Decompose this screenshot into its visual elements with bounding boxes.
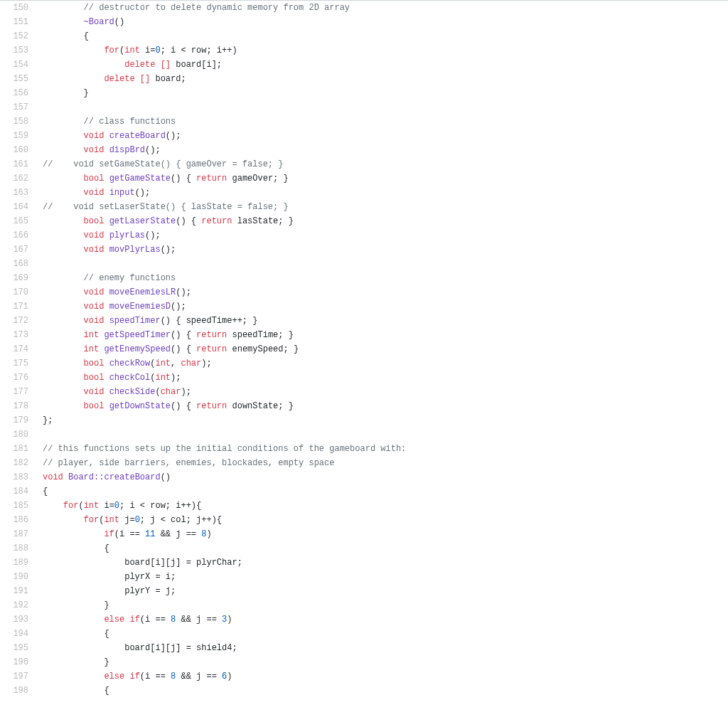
code-line[interactable]: bool getGameState() { return gameOver; } [43, 171, 728, 186]
code-line[interactable]: void dispBrd(); [43, 143, 728, 157]
token-pl [43, 230, 84, 240]
token-kw: return [196, 174, 227, 184]
token-fn: getEnemySpeed [104, 344, 171, 354]
code-line[interactable]: void moveEnemiesLR(); [43, 285, 728, 299]
code-line[interactable]: void Board::createBoard() [43, 470, 728, 484]
token-ty: void [84, 230, 105, 240]
token-ty: void [84, 387, 105, 397]
code-line[interactable]: bool checkCol(int); [43, 371, 728, 385]
code-line[interactable]: void movPlyrLas(); [43, 243, 728, 257]
token-pl [43, 3, 84, 13]
code-line[interactable] [43, 257, 728, 271]
token-fn: ~Board [84, 17, 114, 27]
token-ty: void [84, 245, 105, 255]
code-line[interactable] [43, 428, 728, 442]
token-pl [43, 387, 84, 397]
code-line[interactable]: { [43, 484, 728, 499]
token-pl [104, 174, 109, 184]
code-line[interactable]: void createBoard(); [43, 129, 728, 143]
code-area[interactable]: // destructor to delete dynamic memory f… [36, 1, 728, 698]
code-line[interactable]: for(int i=0; i < row; i++) [43, 43, 728, 58]
line-number: 175 [0, 356, 28, 371]
token-pl: ); [171, 373, 181, 383]
code-line[interactable]: board[i][j] = plyrChar; [43, 556, 728, 570]
code-line[interactable] [43, 100, 728, 115]
code-line[interactable]: void speedTimer() { speedTime++; } [43, 314, 728, 328]
code-line[interactable]: bool getDownState() { return downState; … [43, 399, 728, 413]
code-line[interactable]: delete [] board; [43, 72, 728, 86]
code-line[interactable]: { [43, 541, 728, 556]
token-pl: () { [176, 216, 201, 226]
token-kw: return [196, 401, 227, 411]
code-line[interactable]: board[i][j] = shield4; [43, 641, 728, 655]
code-line[interactable]: ~Board() [43, 15, 728, 29]
code-line[interactable]: else if(i == 8 && j == 3) [43, 612, 728, 627]
token-ty: void [84, 316, 105, 326]
token-pl: () [161, 472, 171, 482]
code-line[interactable]: { [43, 29, 728, 43]
token-pl: ) [206, 529, 211, 539]
code-line[interactable]: int getSpeedTimer() { return speedTime; … [43, 328, 728, 342]
code-line[interactable]: void moveEnemiesD(); [43, 299, 728, 314]
token-pl [43, 401, 84, 411]
code-line[interactable]: delete [] board[i]; [43, 58, 728, 72]
code-line[interactable]: bool checkRow(int, char); [43, 356, 728, 371]
code-line[interactable]: { [43, 684, 728, 698]
code-line[interactable]: { [43, 627, 728, 641]
code-line[interactable]: for(int i=0; i < row; i++){ [43, 499, 728, 513]
line-number: 153 [0, 43, 28, 58]
line-number: 160 [0, 143, 28, 157]
code-line[interactable]: } [43, 655, 728, 669]
code-line[interactable]: // destructor to delete dynamic memory f… [43, 1, 728, 15]
token-pl [104, 302, 109, 312]
line-number: 171 [0, 299, 28, 314]
code-line[interactable]: // this functions sets up the initial co… [43, 442, 728, 456]
code-line[interactable]: } [43, 598, 728, 612]
token-fn: checkRow [109, 359, 151, 368]
line-number: 195 [0, 641, 28, 655]
code-line[interactable]: if(i == 11 && j == 8) [43, 527, 728, 541]
token-fn: Board::createBoard [68, 472, 161, 482]
code-line[interactable]: // player, side barriers, enemies, block… [43, 456, 728, 470]
token-pl: () { speedTime++; } [161, 316, 258, 326]
token-pl: ( [155, 387, 160, 397]
token-c: // player, side barriers, enemies, block… [43, 458, 334, 468]
token-pl [43, 359, 84, 368]
token-fn: createBoard [109, 131, 166, 141]
code-line[interactable]: void checkSide(char); [43, 385, 728, 399]
line-number: 177 [0, 385, 28, 399]
token-pl: board[i]; [171, 60, 222, 70]
token-pl [104, 387, 109, 397]
code-line[interactable]: // enemy functions [43, 271, 728, 285]
code-line[interactable]: plyrY = j; [43, 584, 728, 598]
token-pl [43, 131, 84, 141]
code-line[interactable]: else if(i == 8 && j == 6) [43, 669, 728, 684]
code-line[interactable]: int getEnemySpeed() { return enemySpeed;… [43, 342, 728, 356]
token-c: // destructor to delete dynamic memory f… [84, 3, 350, 13]
code-line[interactable]: plyrX = i; [43, 570, 728, 584]
line-number: 151 [0, 15, 28, 29]
line-number: 168 [0, 257, 28, 271]
token-pl [43, 188, 84, 198]
code-line[interactable]: // class functions [43, 115, 728, 129]
code-line[interactable]: // void setGameState() { gameOver = fals… [43, 157, 728, 171]
code-line[interactable]: } [43, 86, 728, 100]
token-pl: } [43, 88, 89, 98]
line-number: 189 [0, 556, 28, 570]
code-line[interactable]: }; [43, 413, 728, 428]
code-line[interactable]: // void setLaserState() { lasState = fal… [43, 200, 728, 214]
token-pl: ); [201, 359, 211, 368]
code-line[interactable]: for(int j=0; j < col; j++){ [43, 513, 728, 527]
line-number: 181 [0, 442, 28, 456]
token-pl: plyrX = i; [43, 572, 176, 582]
line-number: 194 [0, 627, 28, 641]
code-line[interactable]: void input(); [43, 186, 728, 200]
code-line[interactable]: bool getLaserState() { return lasState; … [43, 214, 728, 228]
token-fn: dispBrd [109, 145, 145, 155]
code-line[interactable]: void plyrLas(); [43, 228, 728, 243]
token-nm: 0 [114, 501, 119, 511]
token-fn: getDownState [109, 401, 171, 411]
line-number: 161 [0, 157, 28, 171]
line-number: 191 [0, 584, 28, 598]
token-c: // enemy functions [84, 273, 176, 283]
